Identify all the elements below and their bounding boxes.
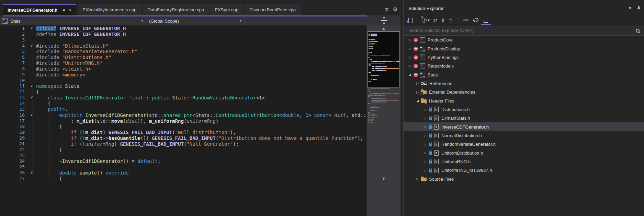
line-number: 9 — [0, 72, 25, 78]
tree-item-productcore[interactable]: ▷++ProductCore — [404, 36, 644, 44]
code-editor[interactable]: 1234567891011121314151617181920212223242… — [0, 25, 366, 216]
line-number: 11 — [0, 83, 25, 89]
header-file-icon: h — [434, 107, 439, 112]
document-tab[interactable]: InverseCDFGenerator.h× — [3, 4, 76, 15]
minimap-line — [369, 75, 399, 76]
expand-arrow-icon[interactable]: ▷ — [423, 143, 427, 146]
document-tab[interactable]: FXSpot.cpp — [210, 4, 243, 15]
type-scope-dropdown[interactable]: (Global Scope) ▼ — [146, 16, 244, 25]
refresh-icon[interactable]: ⇄ — [433, 16, 437, 24]
tab-overflow-icon[interactable] — [385, 8, 389, 12]
code-text-area[interactable]: #ifndef INVERSE_CDF_GENERATOR_H#define I… — [36, 26, 366, 182]
expand-arrow-icon[interactable]: ▷ — [423, 125, 427, 129]
line-number: 10 — [0, 78, 25, 84]
show-all-files-icon[interactable]: <> — [463, 16, 469, 24]
expand-arrow-icon[interactable]: ▷ — [415, 91, 420, 94]
expand-arrow-icon[interactable]: ▷ — [423, 134, 427, 137]
tree-item-source-files[interactable]: ▷Source Files — [404, 175, 644, 183]
status-badge — [414, 73, 418, 77]
project-scope-dropdown[interactable]: ++ Stats ▼ — [0, 16, 146, 25]
expand-arrow-icon[interactable]: ▷ — [423, 160, 427, 163]
lock-icon — [429, 152, 432, 155]
wrench-icon[interactable] — [472, 16, 477, 24]
expand-arrow-icon[interactable]: ▷ — [408, 47, 412, 50]
search-input[interactable] — [408, 27, 623, 33]
tree-item-dllmainstats-h[interactable]: ▷hDllmainStats.h — [404, 114, 644, 122]
split-editor-icon[interactable] — [381, 17, 387, 24]
minimap-line — [369, 59, 399, 60]
minimap-offscreen-content — [368, 87, 399, 125]
expand-arrow-icon[interactable]: ▷ — [423, 117, 427, 120]
fold-collapse-icon[interactable]: ∨ — [30, 26, 33, 30]
minimap-viewport[interactable] — [368, 32, 400, 87]
tree-item-ratesmodels[interactable]: ▷++RatesModels — [404, 62, 644, 70]
pin-icon[interactable] — [61, 8, 65, 12]
solution-explorer-search[interactable] — [404, 26, 644, 36]
expand-arrow-icon[interactable]: ▷ — [423, 108, 427, 111]
minimap-line — [368, 115, 399, 116]
tree-item-uniformrng-mt19937-h[interactable]: ▷hUniformRNG_MT19937.h — [404, 166, 644, 175]
divider — [417, 17, 417, 24]
scroll-up-icon[interactable]: ▲ — [367, 27, 400, 30]
chevron-down-icon[interactable]: ▼ — [629, 7, 631, 10]
pending-changes-filter-icon[interactable] — [422, 16, 427, 24]
chevron-down-icon: ▼ — [141, 20, 144, 23]
pin-icon[interactable] — [637, 6, 641, 10]
expand-arrow-icon[interactable]: ▷ — [415, 177, 420, 181]
minimap-line — [368, 113, 399, 115]
tree-item-inversecdfgenerator-h[interactable]: ▷hInverseCDFGenerator.h — [404, 122, 644, 131]
minimap-line — [369, 46, 399, 47]
lock-icon — [429, 126, 432, 129]
cpp-project-icon: ++ — [420, 72, 425, 77]
scroll-down-icon[interactable]: ▼ — [367, 177, 400, 180]
expand-arrow-icon[interactable]: ▷ — [408, 56, 412, 59]
tree-item-header-files[interactable]: ◢Header Files — [404, 96, 644, 105]
collapse-all-icon[interactable]: ≫ — [441, 16, 445, 24]
expand-arrow-icon[interactable]: ▷ — [408, 64, 412, 68]
code-line: { — [36, 124, 366, 130]
document-tab[interactable]: FXVolatilityInstruments.cpp — [78, 4, 141, 15]
preview-selected-items-icon[interactable]: ·: — [481, 16, 491, 24]
tree-item-uniformdistribution-h[interactable]: ▷hUniformDistribution.h — [404, 148, 644, 157]
properties-icon[interactable] — [449, 16, 454, 24]
line-number: 22 — [0, 147, 25, 153]
tree-item-uniformrng-h[interactable]: ▷hUniformRNG.h — [404, 157, 644, 166]
document-tab[interactable]: DiscountBondPrice.cpp — [245, 4, 301, 15]
expand-arrow-icon[interactable]: ▷ — [408, 38, 412, 42]
solution-explorer-toolbar: ▼ ⇄ ≫ <> ·: — [404, 14, 644, 26]
tree-item-distributions-h[interactable]: ▷hDistributions.h — [404, 105, 644, 114]
line-number: 6 — [0, 55, 25, 60]
editor-scrollbar-minimap[interactable]: ▲ ▼ — [367, 25, 400, 216]
chevron-down-icon[interactable]: ▼ — [428, 16, 430, 24]
header-file-icon: h — [434, 133, 439, 138]
document-tab[interactable]: DataFactoryRegistration.cpp — [143, 4, 209, 15]
gear-icon[interactable]: ⚙ — [393, 7, 397, 12]
expand-arrow-icon[interactable]: ▷ — [423, 151, 427, 155]
expand-arrow-icon[interactable]: ▷ — [415, 82, 420, 85]
solution-explorer-panel: Solution Explorer ▼ ▼ ⇄ ≫ <> ·: — [403, 0, 644, 216]
fold-collapse-icon[interactable]: ∨ — [30, 84, 33, 88]
tree-item-external-dependencies[interactable]: ▷↗External Dependencies — [404, 88, 644, 96]
line-number: 8 — [0, 66, 25, 72]
type-scope-label: (Global Scope) — [149, 19, 179, 24]
tree-item-references[interactable]: ▷References — [404, 79, 644, 88]
minimap-line — [368, 98, 399, 99]
tree-item-pythonbindings[interactable]: ▷++PythonBindings — [404, 53, 644, 62]
line-number: 13 — [0, 95, 25, 101]
fold-collapse-icon[interactable]: ∨ — [30, 43, 33, 48]
expand-arrow-icon[interactable]: ▷ — [423, 169, 427, 172]
tree-item-stats[interactable]: ◢++Stats — [404, 70, 644, 79]
collapse-arrow-icon[interactable]: ◢ — [408, 73, 412, 76]
minimap-line — [369, 66, 399, 67]
solution-explorer-titlebar[interactable]: Solution Explorer ▼ — [404, 3, 644, 14]
line-number: 20 — [0, 135, 25, 141]
tree-item-label: RandomVariateGenerator.h — [441, 142, 496, 147]
minimap-line — [369, 56, 399, 57]
tree-item-normaldistribution-h[interactable]: ▷hNormalDistribution.h — [404, 131, 644, 140]
sync-with-active-document-icon[interactable] — [408, 16, 413, 24]
tree-item-productsdisplay[interactable]: ▷++ProductsDisplay — [404, 44, 644, 53]
close-icon[interactable]: × — [69, 8, 71, 13]
search-icon[interactable] — [636, 29, 640, 33]
collapse-arrow-icon[interactable]: ◢ — [415, 99, 420, 103]
tree-item-randomvariategenerator-h[interactable]: ▷hRandomVariateGenerator.h — [404, 140, 644, 148]
